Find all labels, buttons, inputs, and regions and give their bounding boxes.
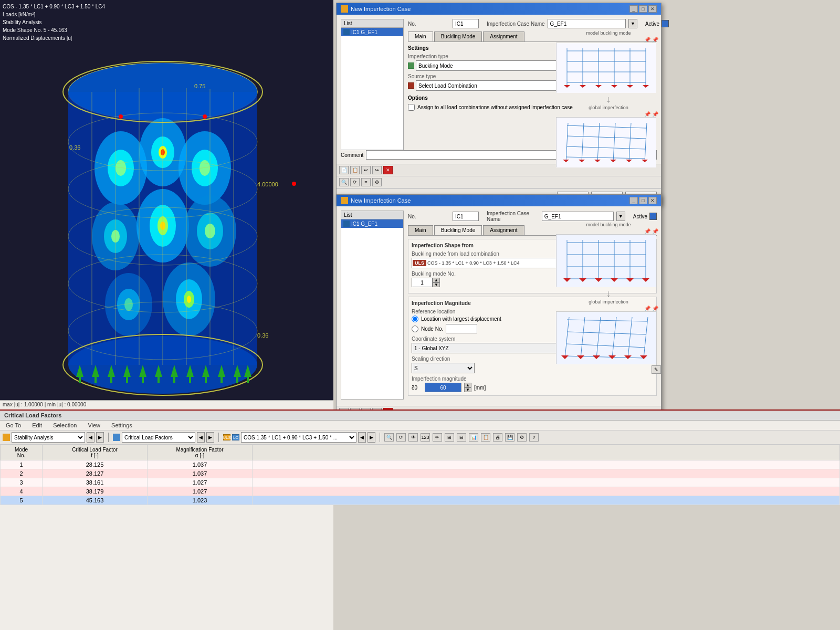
clf-prev-btn[interactable]: ◀ (87, 432, 94, 443)
clf-row-1[interactable]: 1 28.125 1.037 (1, 460, 840, 469)
d1-icon-5[interactable]: ✕ (383, 166, 393, 174)
clf-menu-edit[interactable]: Edit (30, 422, 44, 429)
dialog1-no-input[interactable] (453, 19, 479, 28)
dialog1-name-dropdown-btn[interactable]: ▼ (628, 19, 637, 28)
clf-next-btn[interactable]: ▶ (96, 432, 104, 443)
dialog1-titlebar[interactable]: New Imperfection Case _ □ ✕ (337, 3, 661, 15)
dialog1-imperfection-type-select[interactable]: Buckling Mode (416, 60, 573, 71)
clf-menu-goto[interactable]: Go To (4, 422, 23, 429)
clf-menu-selection[interactable]: Selection (51, 422, 78, 429)
dialog2-tab-assignment[interactable]: Assignment (483, 225, 524, 235)
svg-rect-59 (173, 377, 175, 383)
clf-cell-clf-2: 28.127 (43, 469, 148, 478)
list-item-color-1 (343, 29, 350, 35)
dialog2-tab-buckling[interactable]: Buckling Mode (434, 225, 482, 235)
dialog2-active-label: Active (633, 214, 647, 219)
dialog2-mag-spinner-up[interactable]: ▲ (464, 383, 471, 387)
clf-tool2[interactable]: ⟳ (396, 433, 406, 442)
clf-row-2[interactable]: 2 28.127 1.037 (1, 469, 840, 478)
dialog2-preview-edit-icon[interactable]: ✎ (652, 365, 661, 374)
svg-rect-63 (205, 377, 207, 383)
clf-tool7[interactable]: ⊟ (457, 433, 466, 442)
clf-tool12[interactable]: ⚙ (517, 433, 527, 442)
clf-tool1[interactable]: 🔍 (384, 433, 394, 442)
dialog1-name-input[interactable] (548, 19, 626, 28)
d1-icon-2[interactable]: 📋 (350, 166, 360, 174)
clf-tool9[interactable]: 📋 (481, 433, 490, 442)
clf-menu-settings[interactable]: Settings (110, 422, 134, 429)
d1-icon-3[interactable]: ↩ (361, 166, 371, 174)
dialog1-preview2-label: global imperfection (556, 105, 661, 110)
clf-dropdown1[interactable]: Stability Analysis (12, 432, 85, 443)
dialog2-titlebar[interactable]: New Imperfection Case _ □ ✕ (337, 195, 661, 206)
clf-uls-badge: ULS (223, 434, 230, 440)
dialog2-magnitude-input[interactable] (425, 383, 461, 392)
dialog2-minimize-btn[interactable]: _ (629, 197, 638, 204)
dialog1-tab-assignment[interactable]: Assignment (483, 32, 524, 41)
clf-prev-btn2[interactable]: ◀ (197, 432, 205, 443)
dialog1-close-btn[interactable]: ✕ (648, 5, 657, 13)
clf-tool11[interactable]: 💾 (505, 433, 514, 442)
dialog2-mag-spinner-down[interactable]: ▼ (464, 387, 471, 392)
clf-tool8[interactable]: 📊 (469, 433, 478, 442)
dialog1-tab-buckling[interactable]: Buckling Mode (434, 32, 482, 41)
dialog2-spinner-down[interactable]: ▼ (433, 282, 440, 287)
svg-point-27 (124, 298, 133, 311)
dialog2-buckling-mode-no-input[interactable] (412, 278, 433, 287)
d1-icon-8[interactable]: ≡ (361, 178, 371, 186)
dialog1-maximize-btn[interactable]: □ (639, 5, 647, 13)
clf-next-btn2[interactable]: ▶ (206, 432, 214, 443)
clf-lc-next-btn[interactable]: ▶ (368, 432, 375, 443)
clf-row-3[interactable]: 3 38.161 1.027 (1, 478, 840, 487)
clf-tool3[interactable]: 👁 (408, 433, 418, 442)
d1-icon-1[interactable]: 📄 (339, 166, 349, 174)
clf-title: Critical Load Factors (4, 412, 61, 418)
dialog1-assign-checkbox[interactable] (408, 104, 415, 111)
viewport-info: COS - 1.35 * LC1 + 0.90 * LC3 + 1.50 * L… (3, 3, 105, 42)
clf-row-4[interactable]: 4 38.179 1.027 (1, 487, 840, 496)
dialog2-icon (341, 197, 348, 204)
dialog2-node-input[interactable] (446, 324, 477, 333)
svg-text:0.36: 0.36 (257, 332, 268, 339)
svg-rect-61 (189, 377, 191, 383)
clf-dropdown2[interactable]: Critical Load Factors (122, 432, 195, 443)
clf-dropdown3[interactable]: COS 1.35 * LC1 + 0.90 * LC3 + 1.50 * ... (241, 432, 356, 443)
dialog2-maximize-btn[interactable]: □ (639, 197, 647, 204)
dialog2-tab-main[interactable]: Main (408, 225, 433, 235)
dialog2-list-item-1[interactable]: IC1 G_EF1 (341, 219, 403, 228)
dialog1-tab-main[interactable]: Main (408, 32, 433, 41)
dialog2-no-input[interactable] (453, 212, 479, 221)
d1-icon-4[interactable]: ↪ (372, 166, 382, 174)
dialog2-spinner-up[interactable]: ▲ (433, 278, 440, 282)
dialog2-radio-largest[interactable] (412, 316, 418, 322)
dialog2-radio-node[interactable] (412, 326, 418, 332)
clf-tool6[interactable]: ⊞ (445, 433, 454, 442)
clf-menu-view[interactable]: View (86, 422, 102, 429)
clf-tool4[interactable]: 123 (421, 433, 430, 442)
clf-col-clf: Critical Load Factorf [-] (43, 445, 148, 460)
d1-icon-6[interactable]: 🔍 (339, 178, 349, 186)
svg-point-76 (292, 182, 296, 186)
clf-cell-mf-4: 1.027 (148, 487, 253, 496)
clf-tool10[interactable]: 🖨 (493, 433, 502, 442)
d1-icon-7[interactable]: ⟳ (350, 178, 360, 186)
dialog2-active-checkbox[interactable] (649, 213, 657, 220)
svg-rect-55 (142, 377, 144, 383)
dialog1-active-checkbox[interactable] (662, 20, 669, 27)
svg-text:0.36: 0.36 (69, 144, 80, 151)
dialog2-scaling-dir-select[interactable]: S (412, 363, 475, 373)
d1-icon-9[interactable]: ⚙ (372, 178, 382, 186)
dialog2-name-dropdown-btn[interactable]: ▼ (616, 212, 625, 221)
svg-rect-69 (247, 377, 249, 383)
clf-tool5[interactable]: ✏ (433, 433, 442, 442)
svg-rect-67 (236, 377, 238, 383)
dialog2-name-input[interactable] (542, 212, 614, 221)
clf-row-5[interactable]: 5 45.163 1.023 (1, 496, 840, 505)
dialog2-list-item-label: IC1 G_EF1 (351, 221, 377, 227)
dialog1-source-type-select[interactable]: Select Load Combination (416, 80, 573, 91)
dialog2-close-btn[interactable]: ✕ (648, 197, 657, 204)
dialog1-minimize-btn[interactable]: _ (629, 5, 638, 13)
clf-lc-prev-btn[interactable]: ◀ (358, 432, 366, 443)
clf-tool13[interactable]: ? (529, 433, 539, 442)
dialog1-list-item-1[interactable]: IC1 G_EF1 (341, 28, 403, 36)
